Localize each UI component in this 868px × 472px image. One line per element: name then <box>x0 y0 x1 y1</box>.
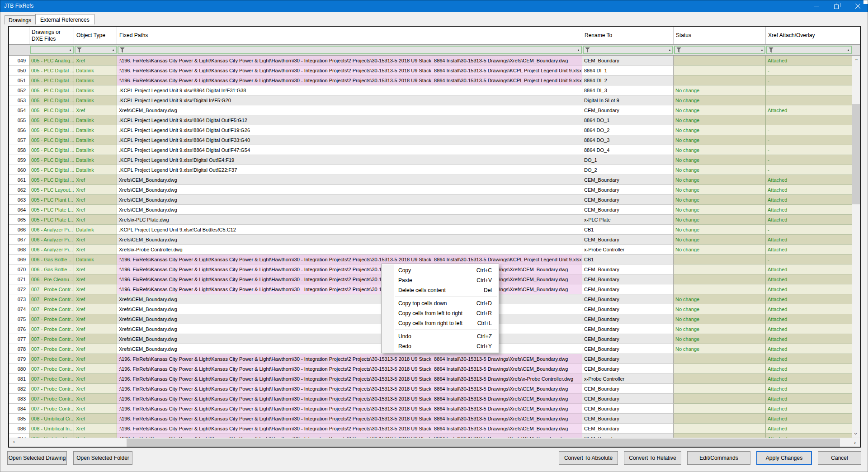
row-number[interactable]: 068 <box>9 245 29 255</box>
menu-item-copy-cells-from-right-to-left[interactable]: Copy cells from right to leftCtrl+L <box>382 318 499 328</box>
cell-status[interactable] <box>674 66 766 76</box>
cell-drawing[interactable]: 005 - PLC Digital ... <box>29 135 74 145</box>
horizontal-scrollbar-thumb[interactable] <box>127 439 840 447</box>
cell-status[interactable] <box>674 434 766 438</box>
row-number[interactable]: 078 <box>9 344 29 354</box>
cell-fixed-path[interactable]: :\196. FixRefs\Kansas City Power & Light… <box>117 284 582 294</box>
cell-xref-attach-overlay[interactable]: Attached <box>766 105 852 115</box>
cell-object-type[interactable]: Datalink <box>74 115 117 125</box>
cell-xref-attach-overlay[interactable]: Attached <box>766 354 852 364</box>
cell-rename-to[interactable]: CEM_Boundary <box>582 434 674 438</box>
cell-fixed-path[interactable]: Xrefs\CEM_Boundary.dwg <box>117 334 582 344</box>
cell-xref-attach-overlay[interactable]: Attached <box>766 414 852 424</box>
cell-fixed-path[interactable]: Xrefs\CEM_Boundary.dwg <box>117 314 582 324</box>
cell-object-type[interactable]: Xref <box>74 334 117 344</box>
cell-status[interactable]: No change <box>674 215 766 225</box>
cell-fixed-path[interactable]: :\196. FixRefs\Kansas City Power & Light… <box>117 274 582 284</box>
cell-fixed-path[interactable]: Xrefs\CEM_Boundary.dwg <box>117 205 582 215</box>
cell-object-type[interactable]: Datalink <box>74 145 117 155</box>
cell-drawing[interactable]: 007 - Probe Contr... <box>29 404 74 414</box>
row-number[interactable]: 051 <box>9 76 29 85</box>
cell-drawing[interactable]: 005 - PLC Digital ... <box>29 85 74 95</box>
cell-object-type[interactable]: Datalink <box>74 225 117 235</box>
cell-xref-attach-overlay[interactable]: - <box>766 155 852 165</box>
row-number[interactable]: 055 <box>9 115 29 125</box>
column-header-object-type[interactable]: Object Type <box>74 27 117 44</box>
cell-drawing[interactable]: 007 - Probe Contr... <box>29 354 74 364</box>
cell-rename-to[interactable]: CEM_Boundary <box>582 384 674 394</box>
cell-status[interactable] <box>674 374 766 384</box>
cell-rename-to[interactable]: CEM_Boundary <box>582 404 674 414</box>
cell-object-type[interactable]: Xref <box>74 245 117 255</box>
cancel-button[interactable]: Cancel <box>818 451 861 465</box>
cell-status[interactable] <box>674 394 766 404</box>
cell-object-type[interactable]: Xref <box>74 175 117 185</box>
menu-item-copy-top-cells-down[interactable]: Copy top cells downCtrl+D <box>382 298 499 308</box>
cell-drawing[interactable]: 006 - Analyzer Pi... <box>29 235 74 245</box>
row-number[interactable]: 066 <box>9 225 29 235</box>
cell-xref-attach-overlay[interactable]: Attached <box>766 195 852 205</box>
filter-cell-status[interactable] <box>674 46 765 54</box>
cell-fixed-path[interactable]: Xrefs\CEM_Boundary.dwg <box>117 344 582 354</box>
cell-rename-to[interactable]: 8864 DO_3 <box>582 135 674 145</box>
row-number[interactable]: 081 <box>9 374 29 384</box>
cell-drawing[interactable]: 006 - Gas Bottle ... <box>29 264 74 274</box>
cell-status[interactable]: No change <box>674 155 766 165</box>
row-number[interactable]: 062 <box>9 185 29 195</box>
cell-object-type[interactable]: Xref <box>74 215 117 225</box>
cell-object-type[interactable]: Datalink <box>74 76 117 85</box>
row-number[interactable]: 056 <box>9 125 29 135</box>
cell-fixed-path[interactable]: :\196. FixRefs\Kansas City Power & Light… <box>117 255 582 264</box>
cell-fixed-path[interactable]: Xrefs\CEM_Boundary.dwg <box>117 324 582 334</box>
tab-drawings[interactable]: Drawings <box>5 15 35 24</box>
cell-xref-attach-overlay[interactable]: Attached <box>766 334 852 344</box>
cell-xref-attach-overlay[interactable]: - <box>766 95 852 105</box>
cell-object-type[interactable]: Xref <box>74 264 117 274</box>
cell-object-type[interactable]: Datalink <box>74 155 117 165</box>
row-number[interactable]: 073 <box>9 294 29 304</box>
cell-xref-attach-overlay[interactable]: Attached <box>766 205 852 215</box>
cell-xref-attach-overlay[interactable]: Attached <box>766 235 852 245</box>
cell-fixed-path[interactable]: :\196. FixRefs\Kansas City Power & Light… <box>117 364 582 374</box>
filter-cell-rename-to[interactable] <box>583 46 673 54</box>
row-number[interactable]: 059 <box>9 155 29 165</box>
cell-status[interactable]: No change <box>674 304 766 314</box>
cell-object-type[interactable]: Xref <box>74 324 117 334</box>
cell-drawing[interactable]: 008 - Umbilical Cr... <box>29 414 74 424</box>
cell-xref-attach-overlay[interactable]: Attached <box>766 364 852 374</box>
edit-commands-button[interactable]: Edit/Commands <box>687 451 750 465</box>
cell-rename-to[interactable]: CB1 <box>582 225 674 235</box>
cell-object-type[interactable]: Xref <box>74 105 117 115</box>
row-number[interactable]: 069 <box>9 255 29 264</box>
cell-object-type[interactable]: Xref <box>74 364 117 374</box>
cell-fixed-path[interactable]: Xrefs\CEM_Boundary.dwg <box>117 185 582 195</box>
cell-fixed-path[interactable]: :\196. FixRefs\Kansas City Power & Light… <box>117 424 582 434</box>
cell-rename-to[interactable]: CEM_Boundary <box>582 294 674 304</box>
cell-fixed-path[interactable]: Xrefs\CEM_Boundary.dwg <box>117 235 582 245</box>
tab-external-references[interactable]: External References <box>35 14 94 24</box>
cell-status[interactable]: No change <box>674 95 766 105</box>
cell-drawing[interactable]: 006 - Analyzer Pi... <box>29 245 74 255</box>
cell-fixed-path[interactable]: .KCPL Project Legend Unit 9.xlsx!8864 Di… <box>117 145 582 155</box>
cell-fixed-path[interactable]: :\196. FixRefs\Kansas City Power & Light… <box>117 76 582 85</box>
cell-xref-attach-overlay[interactable]: Attached <box>766 215 852 225</box>
cell-status[interactable] <box>674 404 766 414</box>
row-number[interactable]: 054 <box>9 105 29 115</box>
filter-cell-object-type[interactable] <box>75 46 117 54</box>
cell-drawing[interactable]: 007 - Probe Contr... <box>29 374 74 384</box>
cell-xref-attach-overlay[interactable]: Attached <box>766 245 852 255</box>
cell-rename-to[interactable]: 8864 DO_4 <box>582 145 674 155</box>
cell-xref-attach-overlay[interactable]: Attached <box>766 284 852 294</box>
cell-object-type[interactable]: Datalink <box>74 85 117 95</box>
cell-drawing[interactable]: 005 - PLC Digital ... <box>29 115 74 125</box>
cell-fixed-path[interactable]: .KCPL Project Legend Unit 9.xlsx!Digital… <box>117 165 582 175</box>
cell-drawing[interactable]: 007 - Probe Contr... <box>29 364 74 374</box>
cell-object-type[interactable]: Datalink <box>74 135 117 145</box>
scroll-right-arrow[interactable]: › <box>851 438 859 447</box>
open-selected-drawing-button[interactable]: Open Selected Drawing <box>7 451 67 465</box>
cell-object-type[interactable]: Xref <box>74 434 117 438</box>
cell-xref-attach-overlay[interactable]: Attached <box>766 384 852 394</box>
cell-fixed-path[interactable]: Xrefs\CEM_Boundary.dwg <box>117 294 582 304</box>
cell-xref-attach-overlay[interactable]: - <box>766 255 852 264</box>
cell-fixed-path[interactable]: .KCPL Project Legend Unit 9.xlsx!8864 Di… <box>117 115 582 125</box>
